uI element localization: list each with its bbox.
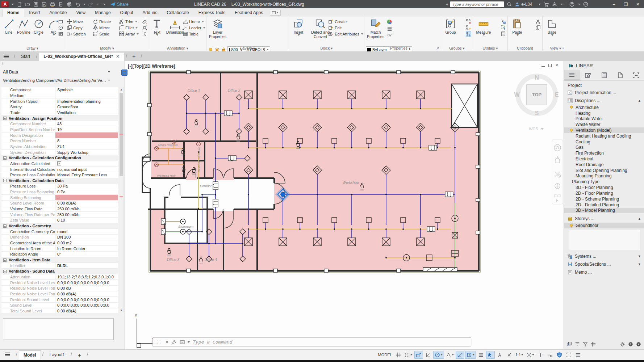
- ribbon-tab-featured-apps[interactable]: Featured Apps: [230, 9, 268, 17]
- help-icon[interactable]: [569, 1, 575, 7]
- property-row[interactable]: DimensionDN 200: [1, 235, 118, 240]
- user-account-button[interactable]: e-L04: [515, 2, 532, 7]
- lineweight-display-toggle[interactable]: [477, 351, 485, 359]
- tab-model[interactable]: Model: [19, 350, 41, 359]
- app-menu-button[interactable]: A: [1, 1, 9, 7]
- discipline-ventilation-model-[interactable]: Ventilation (Model): [564, 127, 644, 133]
- floor-plan-drawing[interactable]: Office 1Office 2Men's restroomWomen's re…: [125, 61, 564, 349]
- graphics-performance-button[interactable]: [555, 351, 564, 359]
- property-row[interactable]: Connection Geometry Connectionround: [1, 229, 118, 235]
- discipline-architecture[interactable]: Architecture: [564, 105, 644, 110]
- group-edit-icon[interactable]: [466, 25, 471, 30]
- discipline-roof-drainage[interactable]: Roof Drainage: [564, 162, 644, 168]
- select-similar-icon[interactable]: [501, 25, 506, 30]
- property-row[interactable]: Medium: [1, 93, 118, 99]
- collapse-section-icon[interactable]: –: [3, 258, 7, 262]
- command-wrench-icon[interactable]: [172, 340, 177, 345]
- checkbox-checked[interactable]: ✓: [57, 161, 61, 165]
- base-button[interactable]: Base: [544, 18, 560, 45]
- panel-info-icon[interactable]: [636, 342, 641, 347]
- polar-tracking-toggle[interactable]: [433, 351, 444, 359]
- settings-gear-icon[interactable]: [620, 342, 625, 347]
- search-icon[interactable]: [506, 1, 512, 7]
- maximize-button[interactable]: ❐: [621, 1, 631, 8]
- qat-customize-caret-icon[interactable]: [103, 4, 105, 5]
- infer-constraints-toggle[interactable]: [414, 351, 423, 359]
- property-row[interactable]: Internal Sound Calculatedno, manual inpu…: [1, 167, 118, 172]
- color-wheel-icon[interactable]: [387, 19, 392, 25]
- collapse-section-icon[interactable]: –: [3, 117, 7, 120]
- property-row[interactable]: Room Designation-: [1, 132, 118, 138]
- collapse-section-icon[interactable]: –: [3, 156, 7, 160]
- circle-button[interactable]: Circle: [31, 18, 46, 45]
- tab-edit[interactable]: [580, 70, 596, 80]
- visibility-bulb-icon[interactable]: [569, 223, 574, 228]
- property-row[interactable]: Zeta Value0.10: [1, 218, 118, 223]
- property-row[interactable]: Total Sound Level0.00 dB(A): [1, 308, 118, 313]
- tab-layout1[interactable]: Layout1: [45, 350, 69, 359]
- object-snap-toggle[interactable]: [465, 351, 476, 359]
- storeys-header[interactable]: Storeys ... ▲: [564, 215, 644, 223]
- annotation-visibility-toggle[interactable]: [495, 351, 504, 359]
- discipline-heating[interactable]: Heating: [564, 110, 644, 116]
- new-file-icon[interactable]: [16, 1, 22, 7]
- property-row[interactable]: Partition / SpoolImplementation planning: [1, 98, 118, 104]
- paste-button[interactable]: Paste: [509, 18, 525, 45]
- property-row[interactable]: System AbbreviationZU1: [1, 144, 118, 150]
- viewport-minimize-icon[interactable]: [541, 64, 545, 67]
- data-filter-caret-icon[interactable]: [108, 71, 110, 73]
- property-section[interactable]: –Ventilation - Calculation Data: [1, 178, 118, 184]
- memo-item[interactable]: Memo ...: [564, 268, 644, 276]
- property-row[interactable]: Volume Flow Rate250.00 m3/h: [1, 206, 118, 212]
- ribbon-tab-insert[interactable]: Insert: [24, 9, 45, 17]
- quick-calculator-icon[interactable]: [501, 31, 506, 37]
- print-icon[interactable]: [66, 1, 72, 7]
- property-row[interactable]: Residual Sound Level0.0;0.0;0.0;0.0;0.0;…: [1, 297, 118, 303]
- funnel-icon[interactable]: [583, 342, 588, 347]
- property-row[interactable]: Location in RoomIn Room Center: [1, 246, 118, 252]
- new-layout-button[interactable]: +: [74, 350, 85, 360]
- lineweight-icon[interactable]: [387, 26, 392, 31]
- ribbon-tab-add-ins[interactable]: Add-ins: [138, 9, 162, 17]
- table-button[interactable]: Table: [183, 31, 205, 37]
- collapse-section-icon[interactable]: –: [3, 224, 7, 228]
- discipline-potable-water[interactable]: Potable Water: [564, 116, 644, 122]
- copy-button[interactable]: Copy: [67, 25, 93, 30]
- viewport-restore-icon[interactable]: [548, 64, 552, 67]
- edit-attributes-button[interactable]: Edit Attributes: [328, 31, 363, 37]
- redo-icon[interactable]: [88, 1, 94, 7]
- spools-item[interactable]: Spools/Sections ...▼: [564, 260, 644, 268]
- plot-icon[interactable]: [49, 1, 55, 7]
- selection-cycling-toggle[interactable]: [486, 351, 495, 359]
- command-close-icon[interactable]: ✕: [165, 340, 169, 345]
- search-input[interactable]: [450, 1, 504, 7]
- isometric-drafting-toggle[interactable]: [445, 351, 455, 359]
- close-button[interactable]: ✕: [633, 1, 643, 8]
- annotation-monitor-button[interactable]: [536, 351, 545, 359]
- property-row[interactable]: Pipe/Duct Section Number19: [1, 127, 118, 133]
- property-row[interactable]: StoreyGroundfloor: [1, 104, 118, 110]
- ribbon-tab-view[interactable]: View: [71, 9, 90, 17]
- property-row[interactable]: Pressure Loss30 Pa: [1, 184, 118, 189]
- grid-display-toggle[interactable]: [394, 351, 403, 359]
- tab-documents[interactable]: [612, 70, 628, 80]
- palette-autohide-button[interactable]: [121, 70, 127, 76]
- planning-type-2d-detailed-planning[interactable]: 2D - Detailed Planning: [564, 202, 644, 208]
- visibility-bulb-icon[interactable]: [569, 105, 574, 110]
- insert-block-button[interactable]: Insert: [290, 18, 306, 45]
- command-line[interactable]: ⋮⋮ ✕ Type a command: [152, 337, 471, 346]
- quick-select-icon[interactable]: [501, 19, 506, 24]
- property-row[interactable]: Residual Noise Level Level A-W...0.0;0.0…: [1, 280, 118, 286]
- discipline-mounting-planning[interactable]: Mounting Planning: [564, 173, 644, 179]
- scroll-down-icon[interactable]: ▼: [119, 309, 124, 312]
- discipline-gas[interactable]: Gas: [564, 145, 644, 151]
- rotate-button[interactable]: Rotate: [93, 19, 119, 24]
- viewport-controls-label[interactable]: [-][Top][2D Wireframe]: [128, 64, 175, 69]
- storeys-list-box[interactable]: [569, 229, 640, 250]
- linetype-icon[interactable]: [387, 33, 392, 38]
- planning-type-2d-scheme-planning[interactable]: 2D - Scheme Planning: [564, 196, 644, 202]
- discipline-waste-water[interactable]: Waste Water: [564, 122, 644, 127]
- move-button[interactable]: Move: [67, 19, 93, 24]
- lasso-icon[interactable]: [142, 31, 147, 37]
- property-row[interactable]: ComponentSymbole: [1, 87, 118, 93]
